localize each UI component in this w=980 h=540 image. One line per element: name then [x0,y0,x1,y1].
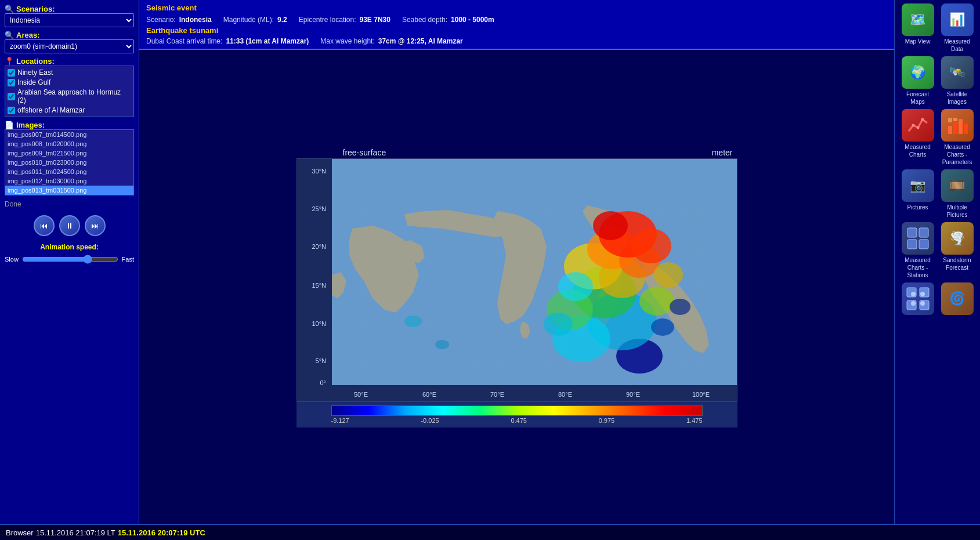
svg-point-57 [912,124,914,127]
rewind-button[interactable]: ⏮ [34,215,55,236]
right-col-measured-charts[interactable]: Measured Charts [900,109,936,158]
speed-row: Slow Fast [5,255,134,264]
svg-rect-1 [297,159,332,402]
svg-rect-64 [948,118,952,122]
scenarios-dropdown[interactable]: Indonesia Makran India [5,13,134,27]
right-col-bottom-right[interactable]: 🌀 [939,282,975,317]
svg-point-58 [916,126,919,129]
map-view-icon: 🗺️ [902,3,934,36]
right-col-multiple-pictures[interactable]: 🎞️ Multiple Pictures [939,169,975,219]
satellite-icon: 🛰️ [941,56,974,89]
measured-charts-icon [902,109,934,142]
location-label: offshore of Al Mamzar [17,106,85,114]
right-col-bottom-left[interactable] [900,282,936,317]
browser-label: Browser [6,528,34,537]
forward-button[interactable]: ⏭ [85,215,106,236]
map-svg: 30°N 25°N 20°N 15°N 10°N 5°N 0° 50°E 60°… [296,158,737,402]
multiple-pictures-label: Multiple Pictures [939,204,975,219]
svg-text:10°N: 10°N [312,320,326,327]
arrival-field: Dubai Coast arrival time: 11:33 (1cm at … [146,37,309,45]
scenario-value: Indonesia [179,16,212,24]
right-col-pictures[interactable]: 📷 Pictures [900,169,936,211]
sandstorm-label: Sandstorm Forecast [939,256,975,271]
colorbar-labels: -9.127 -0.025 0.475 0.975 1.475 [331,417,703,424]
location-checkbox-arabian-sea[interactable] [8,93,15,100]
svg-rect-65 [953,118,957,121]
right-row-3: Measured Charts Measured Charts - Parame… [900,109,975,166]
svg-text:50°E: 50°E [354,391,368,398]
maxwave-value: 37cm @ 12:25, Al Mamzar [378,37,463,45]
right-row-4: 📷 Pictures 🎞️ Multiple Pictures [900,169,975,219]
list-item[interactable]: img_pos008_tm020000.png [5,139,133,148]
list-item[interactable]: img_pos013_tm031500.png [5,186,133,195]
location-label: Arabian Sea approach to Hormuz (2) [17,88,131,104]
right-col-satellite[interactable]: 🛰️ Satellite Images [939,56,975,106]
multiple-pictures-icon: 🎞️ [941,169,974,202]
speed-slider[interactable] [22,255,118,264]
locations-icon: 📍 [5,57,14,66]
bottom-left-icon [902,282,934,315]
seabed-label: Seabed depth: [402,16,447,24]
scenarios-label: Scenarios: [16,5,55,13]
scenarios-section: 🔍 Scenarios: Indonesia Makran India [5,5,134,27]
svg-text:5°N: 5°N [315,357,326,364]
svg-point-77 [920,301,925,306]
list-item[interactable]: Inside Gulf [8,78,131,86]
svg-text:15°N: 15°N [312,282,326,289]
colorbar-section: -9.127 -0.025 0.475 0.975 1.475 [296,402,737,427]
location-label: Inside Gulf [17,78,50,86]
right-col-sandstorm[interactable]: 🌪️ Sandstorm Forecast [939,222,975,271]
map-title-right: meter [712,148,737,157]
status-bar: Browser 15.11.2016 21:07:19 LT 15.11.201… [0,524,980,540]
areas-header: 🔍 Areas: [5,31,134,39]
right-col-stations[interactable]: Measured Charts - Stations [900,222,936,279]
location-label: Ninety East [17,68,53,77]
local-time: 15.11.2016 21:07:19 LT [36,528,115,537]
locations-header: 📍 Locations: [5,57,134,66]
list-item[interactable]: offshore of Al Mamzar [8,106,131,114]
images-header: 📄 Images: [5,121,134,129]
right-col-measured-data[interactable]: 📊 Measured Data [939,3,975,53]
right-col-forecast-maps[interactable]: 🌍 Forecast Maps [900,56,936,106]
location-checkbox-offshore[interactable] [8,107,15,114]
seismic-title: Seismic event [146,3,887,12]
right-col-measured-charts-params[interactable]: Measured Charts - Parameters [939,109,975,166]
list-item[interactable]: img_pos010_tm023000.png [5,158,133,167]
images-section: 📄 Images: img_pos007_tm014500.png img_po… [5,121,134,195]
right-col-map-view[interactable]: 🗺️ Map View [900,3,936,45]
measured-data-icon: 📊 [941,3,974,36]
magnitude-value: 9.2 [277,16,287,24]
stations-label: Measured Charts - Stations [900,256,936,279]
satellite-label: Satellite Images [939,90,975,106]
areas-dropdown[interactable]: zoom0 (sim-domain1) zoom1 zoom2 [5,39,134,53]
forecast-maps-icon: 🌍 [902,56,934,89]
scenario-label: Scenario: [146,16,176,24]
location-checkbox-ninety-east[interactable] [8,69,15,77]
svg-point-47 [631,229,671,263]
center-panel: Seismic event Scenario: Indonesia Magnit… [139,0,894,524]
list-item[interactable]: img_pos007_tm014500.png [5,130,133,139]
location-checkbox-inside-gulf[interactable] [8,79,15,86]
svg-rect-2 [332,385,737,402]
list-item[interactable]: img_pos009_tm021500.png [5,148,133,158]
left-panel: 🔍 Scenarios: Indonesia Makran India 🔍 Ar… [0,0,139,524]
scenario-field: Scenario: Indonesia [146,16,212,24]
pause-button[interactable]: ⏸ [59,215,80,236]
measured-charts-label: Measured Charts [900,143,936,158]
right-row-2: 🌍 Forecast Maps 🛰️ Satellite Images [900,56,975,106]
list-item[interactable]: img_pos012_tm030000.png [5,176,133,186]
svg-text:80°E: 80°E [558,391,572,398]
epicentre-field: Epicentre location: 93E 7N30 [299,16,390,24]
list-item[interactable]: Ninety East [8,68,131,77]
list-item[interactable]: Arabian Sea approach to Hormuz (2) [8,88,131,104]
maxwave-field: Max wave height: 37cm @ 12:25, Al Mamzar [320,37,462,45]
animation-speed-label: Animation speed: [5,243,134,251]
map-view-label: Map View [905,38,931,45]
list-item[interactable]: img_pos011_tm024500.png [5,167,133,176]
done-label: Done [5,199,134,209]
svg-point-76 [911,301,916,306]
earthquake-title: Earthquake tsunami [146,26,887,35]
svg-rect-67 [919,228,928,237]
svg-rect-63 [964,124,968,134]
areas-icon: 🔍 [5,31,14,39]
